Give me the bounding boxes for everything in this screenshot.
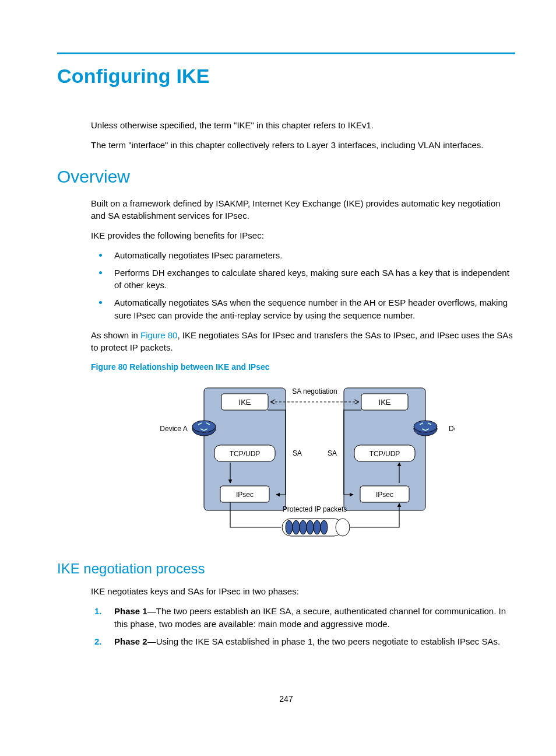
phase-1-label: Phase 1 xyxy=(114,606,147,616)
intro-paragraph-2: The term "interface" in this chapter col… xyxy=(91,139,515,152)
svg-point-5 xyxy=(336,519,350,536)
sa-label-left: SA xyxy=(293,449,302,457)
ipsec-label-left: IPsec xyxy=(236,491,254,499)
overview-block: Built on a framework defined by ISAKMP, … xyxy=(91,197,515,545)
negotiation-paragraph-1: IKE negotiates keys and SAs for IPsec in… xyxy=(91,585,515,598)
intro-block: Unless otherwise specified, the term "IK… xyxy=(91,119,515,152)
figure-80-diagram: IKE IKE SA negotiation Device A xyxy=(91,381,515,544)
overview-bullet-2: Performs DH exchanges to calculate share… xyxy=(91,267,515,292)
chapter-title: Configuring IKE xyxy=(57,65,515,88)
phase-2-text: —Using the IKE SA established in phase 1… xyxy=(147,636,500,646)
overview-bullet-3: Automatically negotiates SAs when the se… xyxy=(91,296,515,322)
negotiation-block: IKE negotiates keys and SAs for IPsec in… xyxy=(91,585,515,648)
overview-paragraph-3: As shown in Figure 80, IKE negotiates SA… xyxy=(91,329,515,355)
sa-label-right: SA xyxy=(328,449,337,457)
negotiation-heading: IKE negotiation process xyxy=(57,561,515,577)
overview-bullet-1: Automatically negotiates IPsec parameter… xyxy=(91,249,515,262)
page-number: 247 xyxy=(57,694,515,704)
router-icon-left xyxy=(192,421,216,436)
phase-2-item: Phase 2—Using the IKE SA established in … xyxy=(91,635,515,648)
figure-reference-link[interactable]: Figure 80 xyxy=(140,330,177,340)
ike-label-left: IKE xyxy=(239,398,251,407)
tcpudp-label-left: TCP/UDP xyxy=(230,450,261,458)
svg-point-10 xyxy=(314,520,321,534)
phase-1-text: —The two peers establish an IKE SA, a se… xyxy=(114,606,506,629)
svg-point-6 xyxy=(286,520,293,534)
protected-packets-label: Protected IP packets xyxy=(283,505,347,513)
device-a-label: Device A xyxy=(160,425,187,433)
ike-ipsec-diagram-svg: IKE IKE SA negotiation Device A xyxy=(152,381,455,544)
svg-point-11 xyxy=(321,520,328,534)
svg-point-7 xyxy=(293,520,300,534)
overview-p3-pre: As shown in xyxy=(91,330,140,340)
overview-bullet-list: Automatically negotiates IPsec parameter… xyxy=(91,249,515,322)
phase-1-item: Phase 1—The two peers establish an IKE S… xyxy=(91,605,515,631)
intro-paragraph-1: Unless otherwise specified, the term "IK… xyxy=(91,119,515,132)
device-b-label: Device B xyxy=(449,425,455,433)
figure-caption: Figure 80 Relationship between IKE and I… xyxy=(91,361,515,373)
ipsec-label-right: IPsec xyxy=(376,491,393,499)
overview-heading: Overview xyxy=(57,167,515,187)
tunnel-icon xyxy=(282,519,350,536)
router-icon-right xyxy=(414,421,437,436)
document-page: Configuring IKE Unless otherwise specifi… xyxy=(0,0,556,727)
svg-point-8 xyxy=(300,520,307,534)
sa-negotiation-label: SA negotiation xyxy=(292,387,337,396)
overview-paragraph-1: Built on a framework defined by ISAKMP, … xyxy=(91,197,515,223)
chapter-rule xyxy=(57,52,515,54)
tcpudp-label-right: TCP/UDP xyxy=(370,450,400,458)
negotiation-phase-list: Phase 1—The two peers establish an IKE S… xyxy=(91,605,515,648)
phase-2-label: Phase 2 xyxy=(114,636,147,646)
svg-point-9 xyxy=(307,520,314,534)
ike-label-right: IKE xyxy=(379,398,391,407)
overview-paragraph-2: IKE provides the following benefits for … xyxy=(91,229,515,242)
